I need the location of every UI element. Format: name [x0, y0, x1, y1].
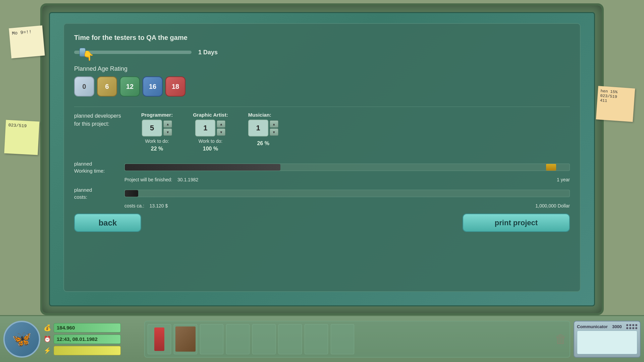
inv-slot-8[interactable] [331, 324, 354, 354]
costs-label-1: planned [74, 186, 118, 193]
max-value-text: 1,000,000 Dollar [535, 203, 570, 208]
graphic-artist-input[interactable] [195, 120, 215, 136]
slider-thumb[interactable] [79, 48, 86, 57]
screen: Time for the testers to QA the game 👇 1 … [49, 12, 595, 306]
working-time-marker [546, 164, 556, 171]
costs-info: costs ca.: 13.120 $ [124, 203, 168, 208]
money-bar: 184.960 [54, 323, 121, 333]
sticky-note-2-text: 023/519 [8, 123, 26, 129]
comm-dot-6 [629, 327, 631, 329]
musician-spinner: ▲ ▼ [248, 120, 278, 136]
money-value: 184.960 [57, 325, 75, 330]
dev-label-line2: for this project: [74, 120, 128, 128]
musician-work-pct: 26 % [257, 140, 269, 146]
age-btn-12[interactable]: 12 [120, 76, 140, 97]
avatar[interactable]: 🦋 [3, 321, 40, 358]
costs-row: planned costs: [74, 186, 570, 200]
finish-label-text: Project will be finished: [124, 177, 172, 182]
graphic-artist-spinner: ▲ ▼ [195, 120, 225, 136]
age-btn-0[interactable]: 0 [74, 76, 94, 97]
inv-item-red [154, 327, 164, 351]
musician-down-btn[interactable]: ▼ [270, 128, 278, 136]
musician-item: Musician: ▲ ▼ 26 % [248, 112, 278, 146]
sticky-note-1: Mo 9=!! [9, 25, 45, 58]
back-button[interactable]: back [74, 214, 141, 232]
programmer-spinners: ▲ ▼ [163, 120, 172, 136]
print-project-button[interactable]: print project [463, 214, 570, 232]
slider-row: 👇 1 Days [74, 48, 570, 57]
age-btn-16[interactable]: 16 [143, 76, 163, 97]
dialog-panel: Time for the testers to QA the game 👇 1 … [63, 23, 581, 292]
comm-dot-4 [635, 324, 637, 326]
costs-label-2: costs: [74, 193, 118, 200]
comm-dot-8 [635, 327, 637, 329]
sticky-note-3-text: hen 15% 023/519 411 [600, 89, 618, 103]
costs-bar [124, 190, 570, 197]
money-stat-row: 💰 184.960 [44, 323, 141, 333]
musician-spinners: ▲ ▼ [270, 120, 278, 136]
age-btn-18[interactable]: 18 [165, 76, 185, 97]
developers-label: planned developers for this project: [74, 112, 128, 128]
inv-slot-3[interactable] [200, 324, 223, 354]
slider-days-label: 1 Days [198, 49, 218, 56]
programmer-item: Programmer: ▲ ▼ Work to do: 22 % [141, 112, 173, 152]
duration-text: 1 year [557, 177, 570, 182]
monitor-frame: Time for the testers to QA the game 👇 1 … [40, 3, 604, 315]
action-buttons: back print project [74, 214, 570, 232]
trash-icon[interactable]: 🗑 [555, 332, 567, 346]
qa-title: Time for the testers to QA the game [74, 34, 570, 42]
divider-1 [74, 107, 570, 107]
programmer-up-btn[interactable]: ▲ [163, 120, 172, 128]
comm-number: 3000 [612, 324, 622, 329]
developers-section: planned developers for this project: Pro… [74, 112, 570, 152]
graphic-artist-item: Graphic Artist: ▲ ▼ Work to do: 100 % [193, 112, 228, 152]
money-icon: 💰 [44, 324, 51, 331]
inventory-area: 🗑 [144, 321, 570, 358]
energy-icon: ⚡ [44, 347, 51, 354]
inv-item-book [175, 326, 196, 352]
comm-dot-7 [632, 327, 634, 329]
graphic-artist-spinners: ▲ ▼ [217, 120, 225, 136]
comm-dot-1 [626, 324, 628, 326]
musician-up-btn[interactable]: ▲ [270, 120, 278, 128]
taskbar: 🦋 💰 184.960 ⏰ 12:43, 08.01.1982 ⚡ [0, 315, 644, 362]
comm-title: Communicator [577, 324, 608, 329]
graphic-artist-down-btn[interactable]: ▼ [217, 128, 225, 136]
musician-input[interactable] [248, 120, 268, 136]
graphic-artist-up-btn[interactable]: ▲ [217, 120, 225, 128]
comm-dot-5 [626, 327, 628, 329]
datetime-stat-row: ⏰ 12:43, 08.01.1982 [44, 335, 141, 344]
slider-container[interactable]: 👇 [74, 48, 192, 57]
working-time-row: planned Working time: [74, 160, 570, 174]
inv-slot-4[interactable] [226, 324, 250, 354]
inv-slot-2[interactable] [174, 324, 197, 354]
comm-screen [577, 330, 637, 354]
programmer-spinner: ▲ ▼ [142, 120, 172, 136]
dev-inputs-group: Programmer: ▲ ▼ Work to do: 22 % [141, 112, 278, 152]
working-time-label-2: Working time: [74, 167, 118, 174]
inv-slot-1[interactable] [148, 324, 171, 354]
butterfly-icon: 🦋 [12, 330, 32, 349]
costs-info-row: costs ca.: 13.120 $ 1,000,000 Dollar [74, 203, 570, 208]
clock-icon: ⏰ [44, 336, 51, 343]
datetime-bar: 12:43, 08.01.1982 [54, 335, 121, 344]
programmer-down-btn[interactable]: ▼ [163, 128, 172, 136]
programmer-work-label: Work to do: [145, 138, 169, 144]
inv-slot-7[interactable] [305, 324, 328, 354]
communicator[interactable]: Communicator 3000 [574, 321, 641, 358]
inv-slot-5[interactable] [252, 324, 276, 354]
sticky-note-2: 023/519 [4, 120, 39, 155]
stats-panel: 💰 184.960 ⏰ 12:43, 08.01.1982 ⚡ [44, 323, 141, 355]
age-btn-6[interactable]: 6 [97, 76, 117, 97]
programmer-input[interactable] [142, 120, 162, 136]
costs-value-text: 13.120 $ [150, 203, 168, 208]
datetime-value: 12:43, 08.01.1982 [57, 336, 98, 342]
working-time-bar [124, 164, 570, 171]
comm-dot-2 [629, 324, 631, 326]
graphic-artist-title: Graphic Artist: [193, 112, 228, 118]
inv-slot-6[interactable] [278, 324, 302, 354]
musician-title: Musician: [248, 112, 271, 118]
comm-dot-3 [632, 324, 634, 326]
costs-label: planned costs: [74, 186, 118, 200]
programmer-work-pct: 22 % [151, 146, 163, 152]
